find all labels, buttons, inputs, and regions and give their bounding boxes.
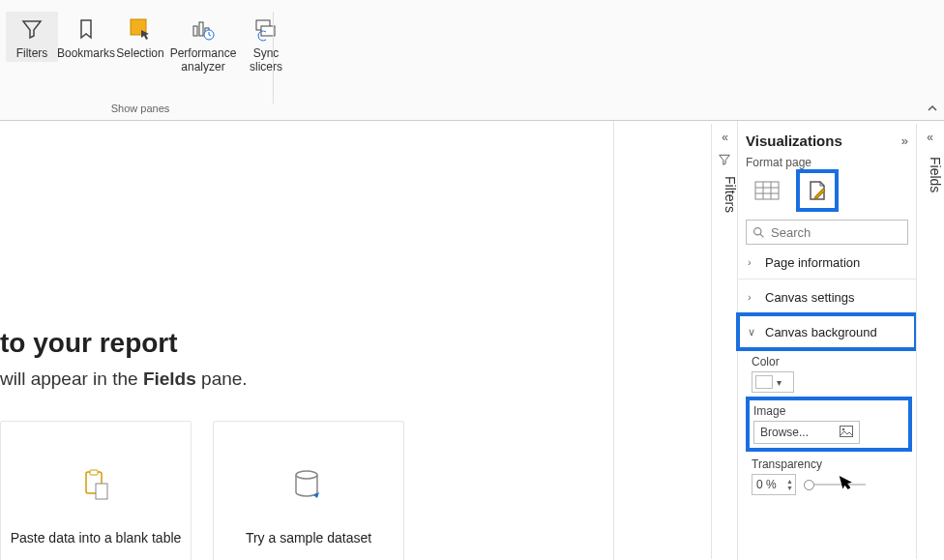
ribbon-button-performance-analyzer[interactable]: Performance analyzer [168,12,238,75]
section-label: Canvas background [765,325,877,339]
canvas-subheading-bold: Fields [143,368,196,389]
svg-point-19 [842,427,845,430]
image-browse-button[interactable]: Browse... [753,421,860,444]
visualizations-header: Visualizations » [746,127,908,154]
format-page-subtitle: Format page [746,156,908,169]
svg-rect-8 [90,470,98,475]
ribbon-group-show-panes: Filters Bookmarks Selection Performance … [6,12,292,75]
image-file-icon [840,426,853,440]
svg-rect-1 [193,26,197,36]
svg-rect-18 [841,426,853,436]
bookmark-icon [73,15,100,43]
card-label: Paste data into a blank table [11,530,182,545]
filters-icon [712,153,737,166]
image-field-group: Image Browse... [752,402,906,446]
image-label: Image [753,404,904,418]
fields-rail-label: Fields [917,157,943,192]
database-icon [289,466,328,505]
grid-icon [754,181,780,200]
visualizations-collapse-button[interactable]: » [901,133,908,148]
svg-rect-9 [96,484,107,499]
ribbon-group-caption: Show panes [58,103,222,114]
spinner-icons[interactable]: ▲▼ [786,478,795,491]
canvas-subheading-prefix: will appear in the [0,368,143,389]
ribbon-button-label: Bookmarks [57,46,115,60]
ribbon-button-sync-slicers[interactable]: Sync slicers [240,12,292,75]
filters-pane-collapsed: « Filters [711,124,737,559]
card-paste-data[interactable]: Paste data into a blank table [0,421,192,560]
sync-slicers-icon [252,15,280,43]
canvas-background-body: Color ▾ Image Browse... Transparency 0 %… [746,349,908,497]
color-label: Color [752,355,906,368]
ribbon-button-label: Filters [16,46,48,60]
card-sample-dataset[interactable]: Try a sample dataset [213,421,404,560]
fields-expand-button[interactable]: « [917,128,943,147]
clipboard-icon [76,466,115,505]
section-canvas-background[interactable]: ∨ Canvas background [738,314,916,349]
tab-visual[interactable] [752,175,782,206]
canvas-subheading-suffix: pane. [196,368,248,389]
svg-point-16 [754,227,761,234]
card-label: Try a sample dataset [246,530,371,545]
section-canvas-settings[interactable]: › Canvas settings [738,280,916,314]
ribbon-divider [273,12,274,103]
browse-label: Browse... [760,426,809,439]
transparency-label: Transparency [752,457,906,471]
ribbon-button-filters[interactable]: Filters [6,12,58,62]
transparency-number-input[interactable]: 0 % ▲▼ [752,474,796,495]
search-icon [752,226,765,239]
svg-rect-11 [755,182,779,199]
ribbon-button-label: Sync slicers [250,46,282,74]
ribbon-button-selection[interactable]: Selection [114,12,166,62]
report-canvas-area: to your report will appear in the Fields… [0,121,711,560]
transparency-value: 0 [756,478,763,491]
chevron-down-icon: ▾ [777,377,782,388]
svg-point-10 [296,471,317,479]
get-data-cards: Paste data into a blank table Try a samp… [0,421,404,560]
svg-rect-2 [199,22,203,36]
filters-expand-button[interactable]: « [712,128,738,147]
ribbon-button-label: Selection [116,46,163,60]
fields-pane-collapsed: « Fields [916,124,942,559]
color-picker[interactable]: ▾ [752,371,794,393]
page-brush-icon [806,179,829,202]
search-placeholder: Search [771,225,811,240]
filters-rail-label: Filters [712,176,738,213]
transparency-field-group: Transparency 0 % ▲▼ [752,457,906,495]
svg-line-17 [760,234,763,237]
canvas-subheading: will appear in the Fields pane. [0,368,248,390]
visualizations-title: Visualizations [746,133,842,149]
ribbon-button-bookmarks[interactable]: Bookmarks [60,12,112,62]
tab-format-page[interactable] [802,175,833,206]
selection-icon [127,15,154,43]
slider-thumb[interactable] [804,480,814,490]
chevron-down-icon: ∨ [748,326,759,339]
transparency-unit: % [766,478,777,491]
search-input[interactable]: Search [746,220,908,245]
section-label: Canvas settings [765,290,855,305]
section-label: Page information [765,255,860,270]
search-wrap: Search [746,220,908,245]
format-tabs [752,175,908,206]
canvas-heading: to your report [0,328,178,359]
ribbon-expand-toggle[interactable] [927,103,938,116]
chevron-right-icon: › [748,256,759,268]
ribbon: Filters Bookmarks Selection Performance … [0,0,944,121]
chevron-right-icon: › [748,291,759,303]
funnel-icon [18,15,45,43]
ribbon-button-label: Performance analyzer [170,46,237,74]
transparency-slider[interactable] [804,478,866,491]
performance-icon [190,15,217,43]
visualizations-pane: Visualizations » Format page Search › Pa… [737,121,916,560]
section-page-information[interactable]: › Page information [738,245,916,280]
color-swatch [755,375,773,389]
